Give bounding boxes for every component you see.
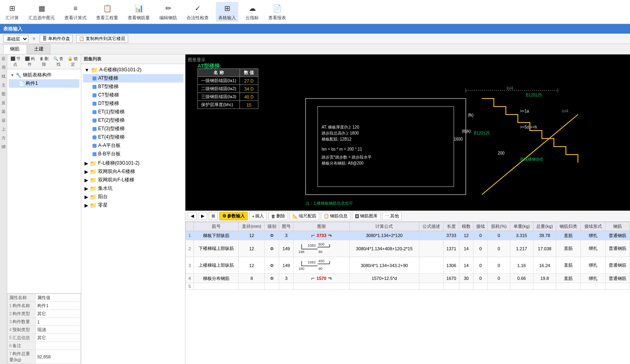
lib-group-ae-header[interactable]: ▼ 📁 A-E楼梯(03G101-2) <box>83 66 183 74</box>
nav-next-button[interactable]: ▶ <box>198 212 207 220</box>
row-2-zongzhong[interactable]: 17.038 <box>533 240 556 257</box>
lib-item-et4[interactable]: ET(4)型楼梯 <box>83 133 183 141</box>
row-4-formula-desc[interactable] <box>419 274 443 283</box>
row-3-length[interactable]: 1306 <box>443 257 459 274</box>
row-1-jibiej[interactable]: Φ <box>265 231 279 240</box>
row-3-jiexu-xingshi[interactable]: 绑扎 <box>581 257 605 274</box>
row-4-genshu[interactable]: 30 <box>459 274 473 283</box>
chakanpai-button[interactable]: 📊 查看钢筋量 <box>125 2 152 22</box>
row-1-formula-desc[interactable] <box>419 231 443 240</box>
lib-group-jishui-header[interactable]: ▶ 📁 集水坑 <box>83 184 183 193</box>
yunzhi-button[interactable]: ☁ 云指标 <box>243 2 261 22</box>
row-2-guilei[interactable]: 直筋 <box>556 240 581 257</box>
row-2-genshu[interactable]: 14 <box>459 240 473 257</box>
row-4-formula[interactable]: 1570+12.5*d <box>350 274 419 283</box>
row-5-jiexu-xingshi[interactable] <box>581 283 605 290</box>
row-4-guilei[interactable]: 直筋 <box>556 274 581 283</box>
row-1-jiexu-xingshi[interactable]: 绑扎 <box>581 231 605 240</box>
row-1-jinhao[interactable]: 梯板下部纵筋 <box>194 231 239 240</box>
sidebar-icon-11[interactable]: 绑 <box>2 144 6 150</box>
row-1-length[interactable]: 3733 <box>443 231 459 240</box>
lock-button[interactable]: 🔒 锁定 <box>66 56 79 68</box>
row-4-jiexu[interactable]: 0 <box>473 274 488 283</box>
row-3-zongzhong[interactable]: 16.24 <box>533 257 556 274</box>
row-1-guilei[interactable]: 直筋 <box>556 231 581 240</box>
sidebar-icon-8[interactable]: 设 <box>2 118 6 123</box>
row-2-formula-desc[interactable] <box>419 240 443 257</box>
row-5-jiexu[interactable] <box>473 283 488 290</box>
row-5-formula-desc[interactable] <box>419 283 443 290</box>
row-1-genshu[interactable]: 12 <box>459 231 473 240</box>
row-2-tuhao[interactable]: 149 <box>279 240 294 257</box>
table-row-5[interactable]: 5 <box>186 283 630 290</box>
lib-item-ct[interactable]: CT型楼梯 <box>83 91 183 99</box>
row-1-zongzhong[interactable]: 39.78 <box>533 231 556 240</box>
row-1-gangjin[interactable]: 普通钢筋 <box>605 231 630 240</box>
row-2-gangjin[interactable]: 普通钢筋 <box>605 240 630 257</box>
lib-group-shuangfl-header[interactable]: ▶ 📁 双网双向F-L楼梯 <box>83 176 183 184</box>
huizong-button[interactable]: ▦ 汇总选中图元 <box>26 2 57 22</box>
row-2-jibiej[interactable]: Φ <box>265 240 279 257</box>
lib-item-dt[interactable]: DT型楼梯 <box>83 99 183 108</box>
row-1-danzhong[interactable]: 3.315 <box>510 231 533 240</box>
row-2-jinhao[interactable]: 下楼梯端上部纵筋 <box>194 240 239 257</box>
row-3-guilei[interactable]: 直筋 <box>556 257 581 274</box>
gangjin-tuku-button[interactable]: 🖼 钢筋图库 <box>352 212 380 220</box>
suochi-button[interactable]: ⊞ <box>209 212 218 220</box>
lib-group-fl-header[interactable]: ▶ 📁 F-L楼梯(03G101-2) <box>83 159 183 167</box>
table-row-1[interactable]: 1 梯板下部纵筋 12 Φ 3 ⌐ 3733 ¬ <box>186 231 630 240</box>
row-4-jiexu-xingshi[interactable]: 绑扎 <box>581 274 605 283</box>
tree-root[interactable]: ▼ 🔧 钢筋表格构件 <box>9 71 79 79</box>
table-row-2[interactable]: 2 下楼梯端上部纵筋 12 Φ 149 1083 <box>186 240 630 257</box>
sidebar-icon-3[interactable]: 线 <box>2 74 6 79</box>
row-4-jibiej[interactable]: Φ <box>265 274 279 283</box>
lib-item-et2[interactable]: ET(2)型楼梯 <box>83 116 183 125</box>
row-3-danzhong[interactable]: 1.16 <box>510 257 533 274</box>
row-3-jibiej[interactable]: Φ <box>265 257 279 274</box>
biaogeshu-button[interactable]: ⊞ 表格输入 <box>216 2 238 22</box>
row-3-jiexu[interactable]: 0 <box>473 257 488 274</box>
tree-child-1[interactable]: 📄 构件1 <box>9 79 79 88</box>
store-button[interactable]: 🗄 单构件存盘 <box>40 35 73 43</box>
node-button[interactable]: ⬛ 节点 <box>9 56 22 68</box>
row-2-jiexu-xingshi[interactable]: 绑扎 <box>581 240 605 257</box>
row-5-gangjin[interactable] <box>605 283 630 290</box>
row-5-zhijing[interactable] <box>239 283 265 290</box>
component-button[interactable]: ⬛ 构件 <box>23 56 36 68</box>
sidebar-icon-1[interactable]: 应 <box>2 56 6 62</box>
gangjin-xinxi-button[interactable]: 📋 钢筋信息 <box>321 212 350 220</box>
copy-button[interactable]: 📋 复制构件到其它楼层 <box>76 35 128 43</box>
row-3-figure[interactable]: 1083 450 180 90 <box>294 257 350 274</box>
row-1-jiexu[interactable]: 0 <box>473 231 488 240</box>
qita-button[interactable]: ⋯ 其他 <box>382 212 402 220</box>
sidebar-icon-6[interactable]: 反 <box>2 100 6 106</box>
row-4-gangjin[interactable]: 普通钢筋 <box>605 274 630 283</box>
shanchu-button[interactable]: 🗑 删除 <box>268 212 288 220</box>
row-3-zhijing[interactable]: 12 <box>239 257 265 274</box>
row-5-guilei[interactable] <box>556 283 581 290</box>
row-5-genshu[interactable] <box>459 283 473 290</box>
tab-tujian[interactable]: 土建 <box>27 44 50 54</box>
chakanjisuanshi-button[interactable]: ≡ 查看计算式 <box>62 2 89 22</box>
row-4-figure[interactable]: ⌐ 1570 ¬ <box>294 274 350 283</box>
chakanbaobiao-button[interactable]: 📄 查看报表 <box>266 2 288 22</box>
table-scroll[interactable]: 筋号 直径(mm) 级别 图号 图形 计算公式 公式描述 长度 根数 接续 损耗… <box>185 222 630 364</box>
charu-button[interactable]: + 插入 <box>249 212 267 220</box>
sidebar-icon-4[interactable]: 主 <box>2 82 6 88</box>
row-4-sunhao[interactable]: 0 <box>488 274 510 283</box>
row-3-formula-desc[interactable] <box>419 257 443 274</box>
row-1-formula[interactable]: 3080*1.134+2*120 <box>350 231 419 240</box>
row-2-figure[interactable]: 1083 600 198 90 <box>294 240 350 257</box>
row-2-sunhao[interactable]: 0 <box>488 240 510 257</box>
row-5-danzhong[interactable] <box>510 283 533 290</box>
lib-item-et1[interactable]: ET(1)型楼梯 <box>83 108 183 116</box>
table-row-4[interactable]: 4 梯板分布钢筋 8 Φ 3 ⌐ 1570 ¬ <box>186 274 630 283</box>
row-4-zongzhong[interactable]: 19.8 <box>533 274 556 283</box>
row-5-zongzhong[interactable] <box>533 283 556 290</box>
row-1-figure[interactable]: ⌐ 3733 ¬ <box>294 231 350 240</box>
row-1-sunhao[interactable]: 0 <box>488 231 510 240</box>
row-5-figure[interactable] <box>294 283 350 290</box>
nav-prev-button[interactable]: ◀ <box>188 212 197 220</box>
chakangongcheng-button[interactable]: 📋 查看工程量 <box>94 2 121 22</box>
row-5-jinhao[interactable] <box>194 283 239 290</box>
